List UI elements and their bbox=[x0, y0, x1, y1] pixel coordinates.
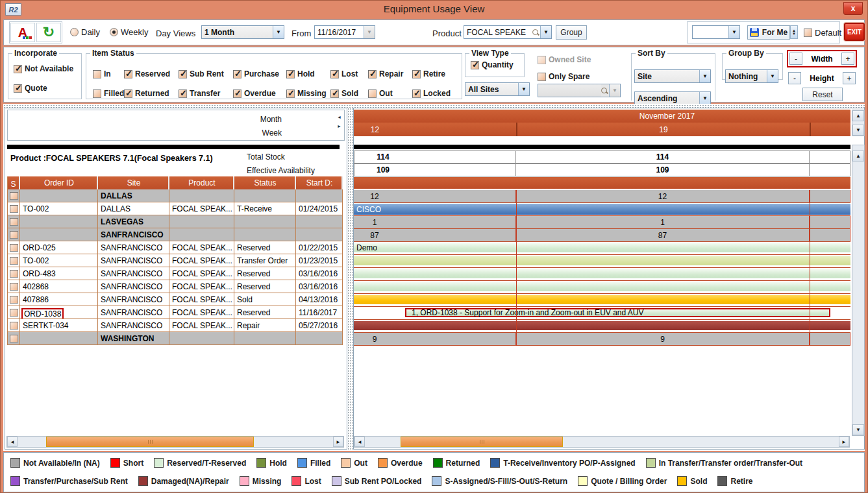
product-search-input[interactable]: FOCAL SPEAKE ▼ bbox=[464, 25, 552, 39]
checkbox-box-missing[interactable] bbox=[286, 90, 295, 98]
table-row-402868[interactable]: 402868SANFRANCISCOFOCAL SPEAK...Reserved… bbox=[7, 280, 344, 293]
timeline-bar-row-7[interactable] bbox=[354, 281, 850, 294]
table-row-sertkt-034[interactable]: SERTKT-034SANFRANCISCOFOCAL SPEAK...Repa… bbox=[7, 319, 344, 332]
table-row-407886[interactable]: 407886SANFRANCISCOFOCAL SPEAK...Sold04/1… bbox=[7, 293, 344, 306]
checkbox-box-sold[interactable] bbox=[330, 90, 339, 98]
checkbox-hold[interactable]: Hold bbox=[286, 69, 330, 78]
group-by-select[interactable]: Nothing ▼ bbox=[725, 69, 778, 83]
for-me-spinner[interactable]: ▲▼ bbox=[790, 25, 798, 39]
default-checkbox-box[interactable] bbox=[804, 29, 812, 37]
usage-bar-in_transfer[interactable] bbox=[354, 256, 850, 265]
panel-splitter[interactable] bbox=[347, 108, 353, 450]
scroll-left-arrow[interactable]: ◄ bbox=[354, 437, 365, 447]
sort-field-dropdown-icon[interactable]: ▼ bbox=[699, 70, 710, 82]
scroll-left-icon[interactable]: ◄ bbox=[336, 114, 343, 121]
timeline-bar-row-9[interactable]: 1, ORD-1038 - Support for Zoom-in and Zo… bbox=[354, 307, 850, 320]
timeline-vscrollbar[interactable]: ▲ ▼ bbox=[852, 145, 865, 436]
table-group-row-sanfrancisco[interactable]: SANFRANCISCO bbox=[7, 228, 344, 241]
owned-site-checkbox-box[interactable] bbox=[538, 56, 546, 64]
mini-scroll-up-icon[interactable]: ▲ bbox=[852, 110, 864, 121]
checkbox-box-transfer[interactable] bbox=[179, 90, 187, 98]
checkbox-missing[interactable]: Missing bbox=[286, 89, 330, 98]
checkbox-box-hold[interactable] bbox=[286, 70, 295, 78]
vscroll-down-icon[interactable]: ▼ bbox=[852, 424, 864, 435]
timeline-bar-row-8[interactable] bbox=[354, 294, 850, 307]
timeline-bar-row-10[interactable] bbox=[354, 320, 850, 333]
row-checkbox[interactable] bbox=[10, 309, 18, 317]
checkbox-box-overdue[interactable] bbox=[233, 90, 242, 98]
scroll-right-arrow[interactable]: ► bbox=[333, 437, 343, 447]
daily-radio-circle[interactable] bbox=[70, 28, 79, 36]
timeline-bar-row-1[interactable]: CISCO bbox=[354, 203, 850, 216]
day-views-select[interactable]: 1 Month ▼ bbox=[201, 25, 284, 39]
scroll-thumb[interactable] bbox=[46, 437, 254, 447]
reset-button[interactable]: Reset bbox=[802, 88, 843, 101]
vscroll-up-icon[interactable]: ▲ bbox=[852, 150, 864, 162]
row-checkbox[interactable] bbox=[10, 322, 18, 330]
checkbox-box-sub-rent[interactable] bbox=[179, 70, 187, 78]
weekly-radio-circle[interactable] bbox=[110, 28, 118, 36]
width-plus-button[interactable]: + bbox=[841, 53, 854, 65]
from-date-input[interactable]: 11/16/2017 ▼ bbox=[314, 25, 375, 39]
checkbox-box-out[interactable] bbox=[368, 90, 377, 98]
default-checkbox[interactable]: Default bbox=[804, 28, 841, 38]
checkbox-out[interactable]: Out bbox=[368, 89, 412, 98]
checkbox-returned[interactable]: Returned bbox=[124, 89, 179, 98]
font-color-button[interactable]: A bbox=[10, 23, 35, 42]
daily-radio[interactable]: Daily bbox=[70, 27, 100, 37]
scroll-thumb[interactable] bbox=[401, 437, 563, 447]
checkbox-quote[interactable]: Quote bbox=[14, 84, 81, 93]
timeline-group-row-0[interactable]: 1212 bbox=[354, 190, 850, 203]
scroll-track[interactable] bbox=[365, 437, 839, 447]
sort-order-select[interactable]: Ascending ▼ bbox=[634, 91, 711, 105]
spare-filter-input[interactable]: ▼ bbox=[538, 84, 621, 97]
checkbox-sold[interactable]: Sold bbox=[330, 89, 368, 98]
preset-dropdown-icon[interactable]: ▼ bbox=[728, 26, 739, 38]
height-minus-button[interactable]: - bbox=[788, 72, 801, 84]
chevron-down-icon[interactable]: ▼ bbox=[273, 26, 284, 38]
timeline-bar-row-6[interactable] bbox=[354, 268, 850, 281]
usage-bar-reserved[interactable] bbox=[354, 282, 850, 291]
sort-field-select[interactable]: Site ▼ bbox=[634, 69, 711, 83]
table-group-row-washington[interactable]: WASHINGTON bbox=[7, 332, 344, 345]
table-group-row-lasvegas[interactable]: LASVEGAS bbox=[7, 215, 344, 228]
timeline-group-row-11[interactable]: 99 bbox=[354, 333, 850, 346]
checkbox-box-lost[interactable] bbox=[330, 70, 339, 78]
usage-bar-reserved[interactable] bbox=[354, 269, 850, 278]
checkbox-box-quote[interactable] bbox=[14, 84, 22, 93]
scroll-left-arrow[interactable]: ◄ bbox=[7, 437, 18, 447]
checkbox-sub-rent[interactable]: Sub Rent bbox=[179, 69, 233, 78]
width-minus-button[interactable]: - bbox=[789, 53, 802, 65]
checkbox-box-purchase[interactable] bbox=[233, 70, 242, 78]
checkbox-transfer[interactable]: Transfer bbox=[179, 89, 233, 98]
header-mini-scrollbar[interactable]: ▲ ▼ bbox=[852, 110, 865, 136]
usage-bar-repair[interactable] bbox=[354, 321, 850, 330]
row-checkbox[interactable] bbox=[10, 283, 18, 291]
view-preset-select[interactable]: ▼ bbox=[692, 25, 740, 39]
checkbox-overdue[interactable]: Overdue bbox=[233, 89, 286, 98]
row-checkbox[interactable] bbox=[10, 205, 18, 213]
usage-bar-sold[interactable] bbox=[354, 295, 850, 304]
row-checkbox[interactable] bbox=[10, 257, 18, 265]
sites-dropdown-icon[interactable]: ▼ bbox=[518, 83, 529, 95]
checkbox-box-filled[interactable] bbox=[93, 90, 101, 98]
checkbox-locked[interactable]: Locked bbox=[412, 89, 451, 98]
timeline-bar-row-5[interactable] bbox=[354, 255, 850, 268]
table-group-row-dallas[interactable]: DALLAS bbox=[7, 189, 344, 202]
orders-hscrollbar[interactable]: ◄ ► bbox=[6, 436, 344, 448]
table-row-ord-1038[interactable]: ORD-1038SANFRANCISCOFOCAL SPEAK...Reserv… bbox=[7, 306, 344, 319]
scroll-right-icon[interactable]: ► bbox=[336, 123, 343, 130]
sort-order-dropdown-icon[interactable]: ▼ bbox=[699, 92, 710, 104]
timeline-hscrollbar[interactable]: ◄ ► bbox=[354, 436, 850, 448]
checkbox-lost[interactable]: Lost bbox=[330, 69, 368, 78]
row-checkbox[interactable] bbox=[10, 231, 18, 239]
quantity-checkbox-box[interactable] bbox=[471, 61, 479, 69]
row-checkbox[interactable] bbox=[10, 335, 18, 343]
refresh-button[interactable]: ↻ bbox=[36, 23, 61, 42]
checkbox-box-reserved[interactable] bbox=[124, 70, 132, 78]
checkbox-purchase[interactable]: Purchase bbox=[233, 69, 286, 78]
timeline-group-row-3[interactable]: 8787 bbox=[354, 229, 850, 242]
checkbox-box-retire[interactable] bbox=[412, 70, 421, 78]
usage-bar-t_receive[interactable]: CISCO bbox=[354, 204, 850, 215]
checkbox-box-repair[interactable] bbox=[368, 70, 377, 78]
